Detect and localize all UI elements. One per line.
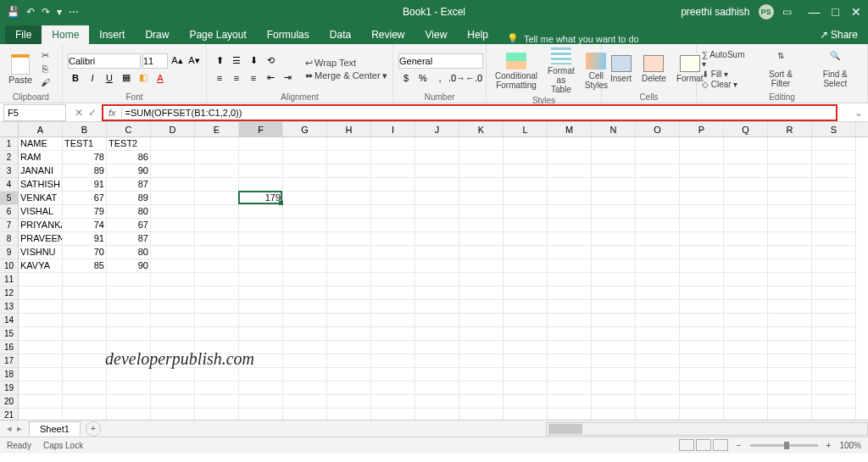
cell[interactable] <box>239 314 283 327</box>
cell[interactable] <box>371 246 415 259</box>
cell[interactable] <box>548 287 592 300</box>
cell[interactable]: 79 <box>63 205 107 219</box>
cell[interactable] <box>283 341 327 354</box>
cell[interactable] <box>371 327 415 341</box>
cell[interactable] <box>415 205 459 219</box>
cell[interactable] <box>680 354 724 368</box>
cell[interactable] <box>63 287 107 300</box>
cell[interactable] <box>151 287 195 300</box>
cell[interactable] <box>151 178 195 192</box>
cell[interactable] <box>812 178 856 192</box>
cell[interactable] <box>592 327 636 341</box>
cell[interactable] <box>327 287 371 300</box>
close-button[interactable]: ✕ <box>851 5 861 19</box>
cell[interactable] <box>680 137 724 151</box>
cell[interactable] <box>151 219 195 232</box>
cell[interactable] <box>592 368 636 381</box>
cell[interactable] <box>63 314 107 327</box>
view-buttons[interactable] <box>677 439 728 453</box>
cell[interactable] <box>636 137 680 151</box>
cell[interactable] <box>592 409 636 420</box>
tab-insert[interactable]: Insert <box>89 25 135 44</box>
prev-sheet-icon[interactable]: ◂ <box>7 423 12 434</box>
cell[interactable] <box>415 300 459 314</box>
cell[interactable] <box>812 341 856 354</box>
cells-container[interactable]: developerpublish.com NAMETEST1TEST2RAM78… <box>19 137 868 420</box>
cell[interactable] <box>195 151 239 164</box>
cell[interactable] <box>195 287 239 300</box>
cell[interactable] <box>812 327 856 341</box>
cell[interactable] <box>812 246 856 259</box>
cell[interactable] <box>636 246 680 259</box>
cell[interactable] <box>504 368 548 381</box>
cell[interactable] <box>592 151 636 164</box>
row-header[interactable]: 16 <box>0 341 18 354</box>
cell[interactable] <box>415 178 459 192</box>
cell[interactable] <box>768 205 812 219</box>
cell[interactable] <box>680 287 724 300</box>
cell[interactable] <box>592 246 636 259</box>
cell[interactable] <box>151 314 195 327</box>
cell[interactable] <box>724 327 768 341</box>
cell[interactable]: 70 <box>63 246 107 259</box>
cell[interactable] <box>768 219 812 232</box>
cell[interactable] <box>636 395 680 409</box>
cell[interactable] <box>504 327 548 341</box>
cell[interactable] <box>195 341 239 354</box>
cell[interactable] <box>636 164 680 178</box>
column-header[interactable]: D <box>151 122 195 136</box>
cell[interactable] <box>636 151 680 164</box>
cell[interactable] <box>680 232 724 246</box>
cell[interactable]: 67 <box>107 219 151 232</box>
cell[interactable] <box>548 192 592 205</box>
row-header[interactable]: 9 <box>0 246 18 259</box>
cell[interactable] <box>548 137 592 151</box>
cell[interactable] <box>680 273 724 287</box>
tab-review[interactable]: Review <box>361 25 415 44</box>
cell[interactable] <box>371 300 415 314</box>
cell[interactable] <box>768 178 812 192</box>
column-header[interactable]: A <box>19 122 63 136</box>
cell[interactable] <box>768 287 812 300</box>
spreadsheet-grid[interactable]: ABCDEFGHIJKLMNOPQRS 12345678910111213141… <box>0 122 868 420</box>
cell[interactable] <box>151 381 195 395</box>
decrease-decimal-icon[interactable]: ←.0 <box>466 70 481 86</box>
cell[interactable] <box>195 368 239 381</box>
cell[interactable] <box>239 164 283 178</box>
tab-formulas[interactable]: Formulas <box>257 25 320 44</box>
cell[interactable] <box>459 164 504 178</box>
row-header[interactable]: 20 <box>0 395 18 409</box>
cell[interactable] <box>195 246 239 259</box>
cell[interactable] <box>327 341 371 354</box>
cell[interactable] <box>63 327 107 341</box>
cell[interactable] <box>636 341 680 354</box>
cell[interactable] <box>283 246 327 259</box>
cell[interactable] <box>812 151 856 164</box>
cell[interactable] <box>459 246 504 259</box>
cell[interactable]: 90 <box>107 259 151 273</box>
row-header[interactable]: 2 <box>0 151 18 164</box>
underline-button[interactable]: U <box>102 70 117 86</box>
currency-icon[interactable]: $ <box>398 70 414 86</box>
cell[interactable] <box>327 381 371 395</box>
fill-button[interactable]: ⬇ Fill ▾ <box>702 70 748 79</box>
cell[interactable] <box>239 151 283 164</box>
column-header[interactable]: S <box>812 122 856 136</box>
row-header[interactable]: 6 <box>0 205 18 219</box>
quick-access-icon[interactable]: ▾ <box>57 6 62 18</box>
cell[interactable] <box>151 246 195 259</box>
row-header[interactable]: 18 <box>0 368 18 381</box>
cell[interactable] <box>812 409 856 420</box>
cell[interactable] <box>107 395 151 409</box>
row-header[interactable]: 13 <box>0 300 18 314</box>
cell[interactable] <box>636 232 680 246</box>
cell[interactable] <box>504 341 548 354</box>
cell[interactable] <box>151 205 195 219</box>
cell[interactable] <box>680 341 724 354</box>
cell[interactable] <box>724 409 768 420</box>
cell[interactable] <box>548 246 592 259</box>
cell[interactable]: 179 <box>239 192 283 205</box>
cell[interactable] <box>327 314 371 327</box>
cell[interactable]: SATHISH <box>19 178 63 192</box>
cell[interactable] <box>592 137 636 151</box>
